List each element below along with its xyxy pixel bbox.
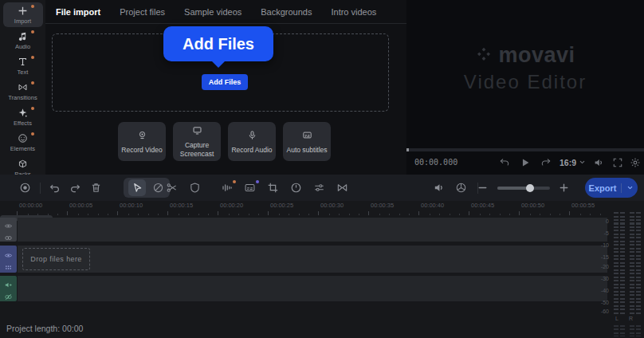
subtitles-icon	[302, 129, 312, 143]
record-audio-button[interactable]: Record Audio	[228, 122, 276, 161]
meter-led-strip	[630, 212, 634, 314]
record-button[interactable]	[19, 182, 32, 195]
track-drop-zone[interactable]: Drop files here	[22, 248, 90, 270]
zoom-in-button[interactable]	[558, 182, 571, 195]
auto-subtitles-button[interactable]: Auto subtitles	[283, 122, 331, 161]
meter-led-strip	[614, 212, 618, 314]
toolbar-clip-tools-group	[221, 175, 349, 201]
play-button[interactable]	[520, 157, 532, 170]
add-files-button[interactable]: Add Files	[202, 74, 248, 90]
unlink-icon	[4, 290, 13, 299]
cursor-button[interactable]	[128, 179, 146, 196]
fullscreen-button[interactable]	[612, 157, 625, 170]
audio-track-lane[interactable]	[18, 276, 607, 301]
sidebar: ImportAudioTextTransitionsEffectsElement…	[0, 0, 45, 175]
sidebar-item-import[interactable]: Import	[3, 2, 43, 27]
jump-forward-button[interactable]	[540, 157, 553, 170]
film-icon	[4, 261, 13, 269]
video-track-header[interactable]	[0, 246, 17, 273]
chevron-down-icon[interactable]	[626, 183, 634, 193]
audio-track[interactable]	[0, 276, 607, 301]
meter-led-strip	[620, 212, 625, 314]
new-feature-dot	[31, 56, 34, 59]
meter-led-strip	[614, 325, 618, 336]
narration-button[interactable]	[221, 182, 234, 195]
preview-controls: 00:00.000 16:9	[406, 151, 644, 175]
meter-db-label: -50	[598, 300, 609, 305]
eye-icon	[4, 219, 13, 228]
meter-db-label: -40	[598, 288, 609, 293]
tab-file-import[interactable]: File import	[56, 7, 100, 17]
chevron-down-icon	[579, 158, 586, 167]
preview-timecode: 00:00.000	[414, 158, 457, 167]
jump-back-button[interactable]	[499, 157, 512, 170]
ruler-mark: 00:00:25	[268, 201, 318, 215]
transition-button[interactable]	[336, 182, 349, 195]
scissors-icon	[166, 182, 178, 194]
video-track[interactable]: Drop files here	[0, 246, 607, 273]
magnet-button[interactable]	[152, 182, 165, 195]
eye-icon	[4, 249, 13, 257]
tab-sample-videos[interactable]: Sample videos	[184, 7, 242, 17]
meter-db-label: -5	[598, 230, 609, 236]
undo-button[interactable]	[49, 182, 61, 195]
audio-track-header[interactable]	[0, 276, 17, 301]
undo-icon	[49, 182, 61, 194]
trash-button[interactable]	[90, 182, 103, 195]
aspect-ratio-value: 16:9	[560, 158, 576, 167]
preview-settings-button[interactable]	[630, 157, 642, 170]
color-wheel-button[interactable]	[455, 182, 468, 195]
tab-project-files[interactable]: Project files	[120, 7, 165, 17]
capture-screencast-button[interactable]: Capture Screencast	[173, 122, 221, 161]
aspect-ratio-select[interactable]: 16:9	[560, 158, 586, 167]
add-files-callout-label: Add Files	[183, 35, 254, 53]
transitions-icon	[3, 82, 43, 92]
record-button-label: Record Audio	[231, 146, 272, 155]
shield-icon	[189, 182, 201, 194]
sidebar-item-elements[interactable]: Elements	[3, 130, 43, 155]
clip-speed-button[interactable]	[290, 182, 303, 195]
meter-db-label: -60	[598, 309, 609, 314]
new-feature-dot	[31, 107, 34, 110]
tab-intro-videos[interactable]: Intro videos	[331, 7, 376, 17]
ruler-mark: 00:00:45	[469, 201, 519, 215]
overlay-track-lane[interactable]	[18, 218, 607, 242]
toolbar-separator	[40, 183, 41, 194]
clip-speed-icon	[290, 182, 302, 194]
timeline-zoom-slider[interactable]	[497, 187, 550, 190]
cursor-icon	[132, 182, 143, 194]
export-button[interactable]: Export	[585, 178, 638, 198]
zoom-out-button[interactable]	[477, 182, 489, 195]
record-video-button[interactable]: Record Video	[118, 122, 166, 161]
track-drop-label: Drop files here	[30, 255, 82, 263]
overlay-track-header[interactable]	[0, 218, 17, 242]
shield-button[interactable]	[189, 182, 202, 195]
redo-button[interactable]	[69, 182, 82, 195]
record-button-label: Capture Screencast	[173, 141, 221, 158]
sidebar-item-transitions[interactable]: Transitions	[3, 79, 43, 104]
slider-handle[interactable]	[526, 184, 534, 192]
filters-button[interactable]	[313, 182, 326, 195]
sidebar-item-text[interactable]: Text	[3, 53, 43, 78]
ruler-timestamp: 00:00:15	[167, 202, 218, 209]
timeline-ruler[interactable]: 00:00:0000:00:0500:00:1000:00:1500:00:20…	[17, 201, 607, 215]
color-wheel-icon	[455, 182, 467, 194]
video-track-lane[interactable]: Drop files here	[18, 246, 607, 273]
meter-led-columns	[614, 212, 642, 314]
meter-channel-label: R	[629, 316, 633, 321]
sidebar-item-label: Effects	[3, 120, 43, 127]
watermark-subtitle: Video Editor	[406, 71, 644, 93]
subtitles-button[interactable]	[244, 182, 257, 195]
audio-levels-button[interactable]	[433, 182, 446, 195]
volume-button[interactable]	[593, 157, 606, 170]
scissors-button[interactable]	[166, 182, 179, 195]
sidebar-item-effects[interactable]: Effects	[3, 104, 43, 129]
sidebar-item-label: Audio	[3, 43, 43, 50]
crop-button[interactable]	[267, 182, 280, 195]
sidebar-item-label: Import	[3, 18, 43, 25]
watermark: movavi Video Editor	[406, 43, 644, 93]
overlay-track[interactable]	[0, 218, 607, 242]
tab-backgrounds[interactable]: Backgrounds	[261, 7, 312, 17]
meter-led-columns-bottom	[614, 325, 642, 336]
sidebar-item-audio[interactable]: Audio	[3, 28, 43, 53]
